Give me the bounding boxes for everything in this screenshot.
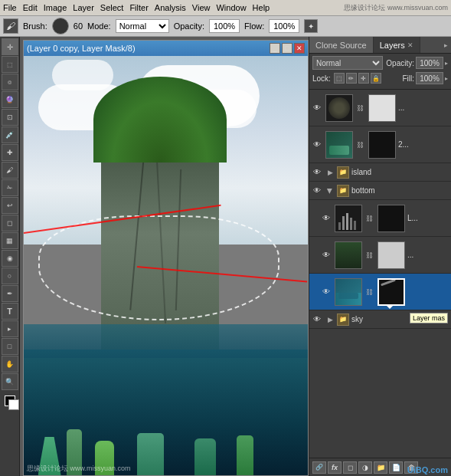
- add-mask-button[interactable]: ◻: [343, 461, 357, 474]
- path-selection-tool[interactable]: ▸: [2, 320, 18, 337]
- new-group-button[interactable]: 📁: [374, 461, 387, 474]
- brush-preview[interactable]: [52, 18, 69, 34]
- menu-select[interactable]: Select: [100, 3, 124, 12]
- airbrush-icon[interactable]: ✦: [304, 19, 318, 33]
- hand-tool[interactable]: ✋: [2, 356, 18, 373]
- chain-5: ⛓: [364, 215, 374, 222]
- blend-mode-select[interactable]: Normal: [312, 56, 383, 70]
- menu-edit[interactable]: Edit: [23, 3, 38, 12]
- fill-label: Fill:: [402, 74, 414, 83]
- expand-island[interactable]: ▶: [325, 168, 335, 177]
- panel-bottom-bar: 🔗 fx ◻ ◑ 📁 📄 🗑: [309, 458, 451, 476]
- new-layer-button[interactable]: 📄: [389, 461, 403, 474]
- menu-image[interactable]: Image: [44, 3, 67, 12]
- minimize-button[interactable]: _: [270, 43, 280, 54]
- layer-item-island[interactable]: 👁 ▶ 📁 island: [309, 163, 451, 182]
- toolbar: 🖌 Brush: 60 Mode: Normal Opacity: Flow: …: [0, 15, 451, 37]
- zoom-tool[interactable]: 🔍: [2, 373, 18, 390]
- layer-item-bottom[interactable]: 👁 ▶ 📁 bottom: [309, 182, 451, 200]
- eye-visible-5[interactable]: 👁: [320, 212, 332, 225]
- lasso-tool[interactable]: ⌾: [2, 74, 18, 90]
- watermark-menu: 思缘设计论坛 www.missvuan.com: [344, 3, 448, 13]
- panel-action-buttons: 🔗 fx ◻ ◑ 📁 📄 🗑: [312, 461, 418, 474]
- layer-item-5[interactable]: 👁 ⛓ L...: [309, 200, 451, 237]
- eyedropper-tool[interactable]: 💉: [2, 126, 18, 143]
- shape-tool[interactable]: □: [2, 338, 18, 355]
- menu-analysis[interactable]: Analysis: [155, 3, 186, 12]
- new-adjustment-button[interactable]: ◑: [358, 461, 372, 474]
- eye-visible-7[interactable]: 👁: [320, 286, 332, 298]
- eraser-tool[interactable]: ◻: [2, 215, 18, 231]
- crop-tool[interactable]: ⊡: [2, 109, 18, 126]
- quick-select-tool[interactable]: 🔮: [2, 91, 18, 108]
- layer-item-1[interactable]: 👁 ⛓ ...: [309, 90, 451, 126]
- canvas-title: (Layer 0 copy, Layer Mask/8): [27, 44, 136, 53]
- layer-item-6[interactable]: 👁 ⛓ ...: [309, 237, 451, 274]
- opacity-arrow[interactable]: ▸: [445, 60, 448, 67]
- menu-file[interactable]: File: [3, 3, 17, 12]
- rock-pillar: [87, 77, 234, 362]
- lock-all-icon[interactable]: 🔒: [371, 73, 381, 84]
- menu-window[interactable]: Window: [216, 3, 246, 12]
- layer-item-2[interactable]: 👁 ⛓ 2...: [309, 126, 451, 163]
- menu-help[interactable]: Help: [253, 3, 270, 12]
- brush-size: 60: [74, 21, 83, 31]
- expand-bottom[interactable]: ▶: [325, 186, 335, 195]
- layer-name-1: ...: [398, 103, 449, 112]
- layer-link-button[interactable]: 🔗: [312, 461, 326, 474]
- clone-tool[interactable]: ✁: [2, 179, 18, 196]
- fill-arrow[interactable]: ▸: [445, 75, 448, 82]
- eye-visible-sky[interactable]: 👁: [311, 314, 323, 326]
- svg-rect-0: [338, 222, 341, 230]
- panel-menu-icon[interactable]: ▸: [440, 37, 451, 53]
- canvas-titlebar[interactable]: (Layer 0 copy, Layer Mask/8) _ □ ✕: [24, 41, 308, 56]
- layer-thumb-6: [335, 241, 362, 269]
- menu-view[interactable]: View: [192, 3, 211, 12]
- blur-tool[interactable]: ◉: [2, 250, 18, 267]
- coral-4: [137, 433, 164, 475]
- close-button[interactable]: ✕: [294, 43, 305, 54]
- delete-layer-button[interactable]: 🗑: [404, 461, 418, 474]
- opacity-input[interactable]: [209, 19, 240, 33]
- move-tool[interactable]: ✛: [2, 38, 18, 55]
- blend-mode-row: Normal Opacity: ▸: [312, 56, 448, 70]
- flow-input[interactable]: [269, 19, 299, 33]
- history-brush-tool[interactable]: ↩: [2, 197, 18, 214]
- selection-tool[interactable]: ⬚: [2, 56, 18, 73]
- eye-visible-1[interactable]: 👁: [311, 102, 323, 114]
- gradient-tool[interactable]: ▦: [2, 232, 18, 249]
- tab-clone-source[interactable]: Clone Source: [309, 37, 374, 53]
- layer-mask-2: [368, 131, 396, 159]
- healing-tool[interactable]: ✚: [2, 144, 18, 161]
- pen-tool[interactable]: ✒: [2, 285, 18, 302]
- eye-visible-bottom[interactable]: 👁: [311, 185, 323, 197]
- coral-1: [38, 437, 61, 475]
- right-panel: Clone Source Layers ✕ ▸ Normal Opacity: …: [309, 37, 451, 476]
- tab-layers-close[interactable]: ✕: [407, 41, 413, 49]
- eye-visible-6[interactable]: 👁: [320, 249, 332, 261]
- brush-tool[interactable]: 🖌: [2, 162, 18, 179]
- menu-filter[interactable]: Filter: [129, 3, 148, 12]
- lock-transparent-icon[interactable]: ⬚: [334, 73, 345, 84]
- layer-name-6: ...: [407, 251, 449, 259]
- folder-icon-sky: 📁: [337, 314, 349, 326]
- layer-fx-button[interactable]: fx: [328, 461, 342, 474]
- lock-pixels-icon[interactable]: ✏: [346, 73, 357, 84]
- lock-position-icon[interactable]: ✛: [358, 73, 369, 84]
- menu-layer[interactable]: Layer: [73, 3, 94, 12]
- brush-tool-icon[interactable]: 🖌: [3, 18, 18, 34]
- dodge-tool[interactable]: ○: [2, 268, 18, 284]
- text-tool[interactable]: T: [2, 303, 18, 320]
- eye-visible-2[interactable]: 👁: [311, 139, 323, 151]
- mode-select[interactable]: Normal: [116, 19, 169, 33]
- fill-value[interactable]: [416, 72, 443, 84]
- expand-sky[interactable]: ▶: [325, 315, 335, 324]
- layer-item-7[interactable]: 👁 ⛓ Layer mas: [309, 274, 451, 310]
- tab-layers[interactable]: Layers ✕: [374, 37, 420, 53]
- opacity-value[interactable]: [416, 57, 443, 69]
- eye-visible-island[interactable]: 👁: [311, 166, 323, 179]
- layer-mask-5: [377, 205, 405, 232]
- opacity-label: Opacity:: [386, 59, 414, 67]
- maximize-button[interactable]: □: [282, 43, 292, 54]
- foreground-bg-color[interactable]: [2, 392, 18, 409]
